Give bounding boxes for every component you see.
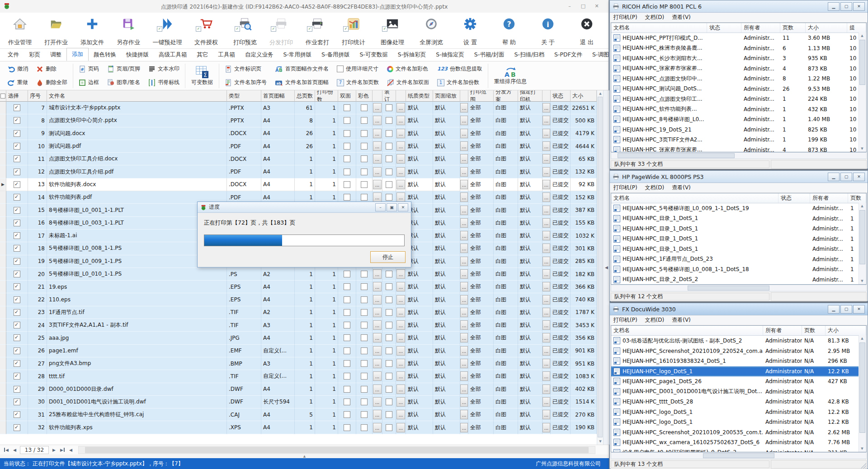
- delete-all-button[interactable]: 删除全部: [32, 79, 71, 86]
- column-header[interactable]: [396, 90, 406, 102]
- ellipsis-button[interactable]: [542, 206, 550, 215]
- tab-2[interactable]: 彩页: [24, 49, 45, 61]
- horizontal-scrollbar[interactable]: [611, 285, 867, 291]
- close-button[interactable]: ✕: [853, 173, 865, 181]
- row-checkbox[interactable]: [14, 220, 20, 226]
- stop-button[interactable]: 停止: [370, 251, 406, 263]
- file-id-page-button[interactable]: 文件标识页: [221, 65, 271, 73]
- column-header[interactable]: 大小: [826, 326, 866, 335]
- row-checkbox[interactable]: [14, 424, 20, 431]
- ellipsis-button[interactable]: [396, 295, 405, 305]
- tab-18[interactable]: S-PDF文件: [549, 49, 587, 61]
- table-row[interactable]: 30D001_001D001电气设计施工说明.dwf.DWF长尺寸59411默认…: [0, 396, 597, 408]
- table-row[interactable]: ▶13软件功能列表.docx.DOCXA411默认默认全部白图默认已提交92 K…: [0, 178, 597, 191]
- row-checkbox[interactable]: [14, 104, 20, 111]
- row-checkbox[interactable]: [14, 373, 20, 380]
- title-bar[interactable]: FX DocuWide 3030 ▁ ▢ ✕: [610, 303, 868, 315]
- duplex-checkbox[interactable]: [344, 271, 350, 277]
- scroll-up-icon[interactable]: ▲: [859, 33, 865, 39]
- stamp-sign-button[interactable]: 图章/签名: [103, 79, 144, 86]
- ellipsis-button[interactable]: [373, 423, 382, 432]
- document-row[interactable]: HEJUAN-HPC_tttt_DotS_28AdministratorN/A4…: [611, 397, 866, 407]
- duplex-checkbox[interactable]: [344, 181, 350, 188]
- scrollbar-thumb[interactable]: [688, 286, 769, 291]
- ellipsis-button[interactable]: [460, 257, 468, 266]
- first-page-button[interactable]: ◀: [2, 447, 11, 453]
- ellipsis-button[interactable]: [396, 116, 405, 125]
- ellipsis-button[interactable]: [542, 218, 550, 228]
- binding-checkbox[interactable]: [386, 130, 392, 137]
- filename-add-copies-button[interactable]: 1文件名加份数: [433, 79, 486, 86]
- duplex-checkbox[interactable]: [344, 117, 350, 124]
- batch-print-button[interactable]: 作业套打: [299, 13, 335, 48]
- save-job-as-button[interactable]: 另存作业: [110, 13, 146, 48]
- ellipsis-button[interactable]: [396, 371, 405, 381]
- ellipsis-button[interactable]: [542, 346, 550, 356]
- document-row[interactable]: HEJUAN-HPC_目录_1_DotS_1Administr...1: [611, 234, 866, 244]
- document-row[interactable]: HEJUAN-HPC_目录_2_DotS_2Administr...1: [611, 275, 866, 285]
- ellipsis-button[interactable]: [460, 308, 468, 317]
- row-checkbox[interactable]: [14, 347, 20, 354]
- ellipsis-button[interactable]: [396, 423, 405, 432]
- column-header[interactable]: 纸质类型: [406, 90, 433, 102]
- document-row[interactable]: HEJUAN-HPC_page1_DotS_26AdministratorN/A…: [611, 376, 866, 387]
- image-process-button[interactable]: 图像处理: [374, 13, 410, 48]
- document-row[interactable]: HEJUAN-HPC_Screenshot_20210109_220524_co…: [611, 346, 866, 356]
- column-header[interactable]: 分发方案: [494, 90, 518, 102]
- color-checkbox[interactable]: [361, 117, 368, 124]
- column-header[interactable]: 页数: [802, 326, 826, 335]
- ellipsis-button[interactable]: [396, 180, 405, 189]
- color-checkbox[interactable]: [361, 360, 368, 367]
- binding-checkbox[interactable]: [386, 169, 392, 175]
- color-checkbox[interactable]: [361, 104, 368, 111]
- ellipsis-button[interactable]: [542, 231, 550, 240]
- color-checkbox[interactable]: [361, 143, 368, 150]
- vertical-scrollbar[interactable]: ▲▼: [859, 33, 866, 152]
- duplex-checkbox[interactable]: [344, 373, 350, 380]
- column-header[interactable]: [373, 90, 382, 102]
- ellipsis-button[interactable]: [542, 295, 550, 305]
- horizontal-scrollbar[interactable]: [611, 152, 867, 159]
- binding-checkbox[interactable]: [386, 424, 392, 431]
- select-all-checkbox[interactable]: [0, 94, 5, 98]
- maximize-button[interactable]: ▣: [387, 203, 397, 211]
- menu-item-printer[interactable]: 打印机(P): [613, 14, 637, 21]
- column-header[interactable]: 打印份数: [315, 90, 338, 102]
- distribute-print-button[interactable]: 分发打印: [263, 13, 299, 48]
- binding-checkbox[interactable]: [386, 143, 392, 150]
- ellipsis-button[interactable]: [460, 385, 468, 394]
- color-checkbox[interactable]: [361, 347, 368, 354]
- document-row[interactable]: HEJUAN-HPC_19_DotS_21Administr...1825 KB…: [611, 125, 866, 135]
- table-row[interactable]: 28tttt.tif.TIF自定义(...11默认默认全部白图默认已提交1083…: [0, 370, 597, 383]
- color-checkbox[interactable]: [361, 130, 368, 137]
- duplex-checkbox[interactable]: [344, 424, 350, 431]
- document-row[interactable]: HEJUAN-HPC_5号楼梯详图_L0_008_1-1_DotS_18Admi…: [611, 264, 866, 275]
- ellipsis-button[interactable]: [396, 320, 405, 330]
- maximize-button[interactable]: □: [577, 2, 590, 10]
- preprocess-button[interactable]: 一键预处理: [149, 13, 185, 48]
- row-checkbox[interactable]: [14, 411, 20, 418]
- scroll-up-icon[interactable]: ▲: [597, 90, 604, 97]
- binding-checkbox[interactable]: [386, 360, 392, 367]
- document-row[interactable]: HEJUAN-HPC_5号楼梯详图_L0_009_1-1_DotS_19Admi…: [611, 203, 866, 214]
- column-header[interactable]: 文档名: [611, 326, 763, 335]
- close-button[interactable]: ✕: [853, 2, 865, 11]
- duplex-checkbox[interactable]: [344, 194, 350, 201]
- ellipsis-button[interactable]: [373, 269, 382, 279]
- color-checkbox[interactable]: [361, 283, 368, 290]
- duplex-checkbox[interactable]: [344, 104, 350, 111]
- ellipsis-button[interactable]: [542, 410, 550, 419]
- ellipsis-button[interactable]: [460, 218, 468, 228]
- scrollbar-thumb[interactable]: [598, 97, 603, 437]
- color-checkbox[interactable]: [361, 169, 368, 175]
- tab-5[interactable]: 颜色转换: [89, 49, 121, 61]
- column-header[interactable]: 双面: [338, 90, 356, 102]
- scroll-left-icon[interactable]: ◀: [67, 447, 75, 453]
- about-button[interactable]: i 关 于: [530, 13, 566, 48]
- duplex-checkbox[interactable]: [344, 347, 350, 354]
- column-header[interactable]: 大小: [571, 90, 597, 102]
- ellipsis-button[interactable]: [542, 141, 550, 151]
- ellipsis-button[interactable]: [542, 333, 550, 342]
- duplex-checkbox[interactable]: [344, 169, 350, 175]
- menu-item-view[interactable]: 查看(V): [672, 14, 691, 21]
